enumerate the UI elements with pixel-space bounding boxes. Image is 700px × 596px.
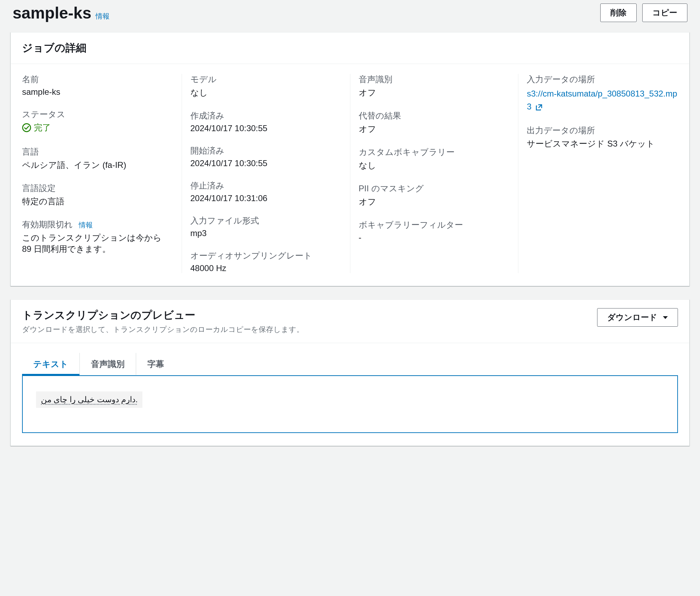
started-label: 開始済み [190, 145, 342, 156]
sampling-value: 48000 Hz [190, 263, 342, 273]
vocab-label: カスタムボキャブラリー [359, 147, 510, 158]
caret-down-icon [663, 316, 668, 319]
filter-value: - [359, 233, 510, 242]
delete-button[interactable]: 削除 [600, 3, 637, 22]
model-value: なし [190, 87, 342, 98]
tab-subtitle[interactable]: 字幕 [136, 353, 175, 375]
tab-speaker[interactable]: 音声識別 [80, 353, 136, 375]
input-location-link[interactable]: s3://cm-katsumata/p_30850813_532.mp3 [527, 89, 677, 111]
speaker-value: オフ [359, 87, 510, 98]
output-loc-value: サービスマネージド S3 バケット [527, 138, 678, 149]
expiry-label: 有効期限切れ 情報 [22, 219, 173, 230]
tab-text[interactable]: テキスト [22, 353, 80, 375]
input-format-value: mp3 [190, 228, 342, 238]
job-details-panel: ジョブの詳細 名前 sample-ks ステータス 完了 [10, 32, 690, 286]
stopped-label: 停止済み [190, 180, 342, 191]
lang-setting-label: 言語設定 [22, 183, 173, 194]
transcript-box: .دارم دوست خیلی را چای من [22, 375, 678, 433]
expiry-label-text: 有効期限切れ [22, 220, 73, 229]
lang-setting-value: 特定の言語 [22, 196, 173, 207]
expiry-value: このトランスクリプションは今から 89 日間利用できます。 [22, 232, 173, 255]
filter-label: ボキャブラリーフィルター [359, 219, 510, 230]
success-check-icon [22, 123, 31, 132]
started-value: 2024/10/17 10:30:55 [190, 158, 342, 168]
transcript-text[interactable]: .دارم دوست خیلی را چای من [41, 395, 138, 404]
input-format-label: 入力ファイル形式 [190, 215, 342, 226]
status-value: 完了 [22, 122, 51, 133]
page-title: sample-ks [13, 3, 91, 22]
alt-value: オフ [359, 123, 510, 135]
name-value: sample-ks [22, 87, 173, 97]
status-label: ステータス [22, 109, 173, 120]
alt-label: 代替の結果 [359, 110, 510, 121]
preview-tabs: テキスト 音声識別 字幕 [22, 353, 678, 375]
input-location-text: s3://cm-katsumata/p_30850813_532.mp3 [527, 89, 677, 111]
language-value: ペルシア語、イラン (fa-IR) [22, 159, 173, 171]
created-value: 2024/10/17 10:30:55 [190, 123, 342, 133]
name-label: 名前 [22, 74, 173, 85]
copy-button[interactable]: コピー [642, 3, 687, 22]
created-label: 作成済み [190, 110, 342, 121]
language-label: 言語 [22, 146, 173, 157]
pii-label: PII のマスキング [359, 183, 510, 194]
status-text: 完了 [34, 122, 51, 133]
input-loc-label: 入力データの場所 [527, 74, 678, 85]
pii-value: オフ [359, 196, 510, 207]
svg-point-0 [23, 124, 31, 132]
preview-subtitle: ダウンロードを選択して、トランスクリプションのローカルコピーを保存します。 [22, 325, 304, 334]
speaker-label: 音声識別 [359, 74, 510, 85]
model-label: モデル [190, 74, 342, 85]
output-loc-label: 出力データの場所 [527, 125, 678, 136]
job-details-title: ジョブの詳細 [22, 41, 678, 55]
header-actions: 削除 コピー [600, 3, 687, 22]
preview-title: トランスクリプションのプレビュー [22, 308, 304, 322]
transcript-line: .دارم دوست خیلی را چای من [36, 391, 142, 408]
download-button-label: ダウンロード [607, 312, 657, 323]
expiry-info-link[interactable]: 情報 [79, 221, 93, 229]
sampling-label: オーディオサンプリングレート [190, 250, 342, 261]
download-button[interactable]: ダウンロード [597, 308, 678, 327]
external-link-icon [535, 104, 543, 111]
vocab-value: なし [359, 160, 510, 171]
info-link[interactable]: 情報 [96, 12, 110, 21]
stopped-value: 2024/10/17 10:31:06 [190, 193, 342, 203]
transcription-preview-panel: トランスクリプションのプレビュー ダウンロードを選択して、トランスクリプションの… [10, 299, 690, 446]
